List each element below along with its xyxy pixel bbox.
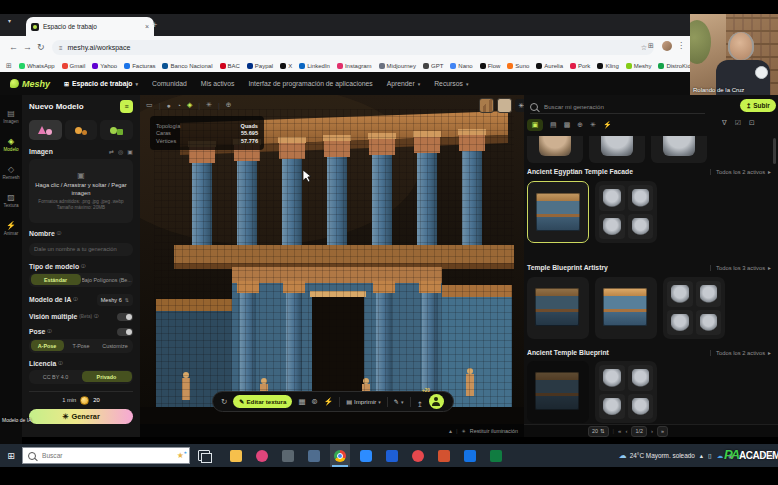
section-meta[interactable]: Todos los 3 activos▸ (710, 265, 771, 271)
filter-icon[interactable]: ∇ (722, 119, 727, 127)
taskbar-search[interactable]: ★ (22, 447, 190, 464)
world-filter-icon[interactable]: ⊕ (577, 121, 583, 129)
rig-action-icon[interactable]: ⊚ (311, 397, 317, 406)
extensions-icon[interactable]: ⊞ (648, 42, 654, 50)
meshy-logo[interactable]: Meshy (10, 79, 50, 89)
environment-icon[interactable]: ⊕ (226, 101, 232, 109)
asset-card[interactable] (595, 181, 657, 243)
bookmark-nano[interactable]: Nano (450, 63, 472, 69)
name-input[interactable] (29, 243, 133, 256)
apps-grid-icon[interactable]: ⊞ (6, 62, 12, 70)
bookmark-banco-nacional[interactable]: Banco Nacional (162, 63, 212, 69)
taskbar-app-onenote[interactable] (304, 444, 324, 467)
ai-model-select[interactable]: Meshy 6⇅ (97, 294, 133, 306)
task-view-button[interactable] (198, 450, 210, 461)
type-option-lowpoly[interactable]: Bajo Polígonos (Be... (82, 274, 132, 285)
collapse-icon[interactable]: ▴ (449, 427, 452, 434)
asset-search-input[interactable] (542, 102, 696, 111)
back-button[interactable]: ← (9, 42, 18, 52)
new-tab-button[interactable]: + (152, 20, 157, 30)
address-bar[interactable]: ≡ meshy.ai/workspace ☆ (52, 40, 654, 55)
lighting-icon[interactable]: ✳ (206, 101, 212, 109)
taskbar-app-photoshop[interactable] (460, 444, 480, 467)
rail-item-model[interactable]: ◈Modelo (3, 137, 18, 152)
multiview-toggle[interactable] (117, 313, 133, 321)
section-meta[interactable]: Todos los 2 activos▸ (710, 169, 771, 175)
asset-search[interactable] (530, 100, 705, 114)
gallery-icon[interactable]: ▣ (127, 148, 133, 155)
bookmark-distrokid[interactable]: DistroKid (658, 63, 690, 69)
bookmark-instagram[interactable]: Instagram (337, 63, 372, 69)
next-page-button[interactable]: › (651, 428, 653, 434)
prev-page-button[interactable]: ‹ (625, 428, 627, 434)
pose-option-t[interactable]: T-Pose (65, 340, 98, 351)
export-button[interactable]: ↥ +20 (417, 393, 423, 411)
nav-community[interactable]: Comunidad (152, 80, 187, 87)
onedrive-icon[interactable]: ☁ (717, 452, 724, 460)
profile-avatar[interactable] (662, 41, 672, 51)
start-button[interactable]: ⊞ (0, 451, 22, 461)
nav-resources[interactable]: Recursos▾ (434, 80, 468, 87)
site-settings-icon[interactable]: ≡ (59, 45, 63, 51)
tray-expand-icon[interactable]: ▴ (700, 452, 703, 460)
mode-tab-image-to-3d[interactable] (29, 120, 62, 140)
bookmark-gmail[interactable]: Gmail (62, 63, 86, 69)
base-model-thumbnail[interactable] (497, 98, 512, 113)
asset-card[interactable] (527, 277, 589, 339)
dense-grid-icon[interactable]: ▩ (564, 121, 571, 129)
license-option-cc[interactable]: CC BY 4.0 (31, 371, 81, 382)
bookmark-gpt[interactable]: GPT (423, 63, 443, 69)
taskbar-app-excel[interactable] (486, 444, 506, 467)
assets-scrollbar[interactable] (773, 138, 776, 164)
license-option-private[interactable]: Privado (82, 371, 132, 382)
screenshot-icon[interactable]: ▭ (146, 101, 153, 109)
type-option-standard[interactable]: Estándar (31, 274, 81, 285)
animation-filter-icon[interactable]: ⚡ (603, 121, 612, 129)
bookmark-meshy[interactable]: Meshy (626, 63, 652, 69)
bookmark-kling[interactable]: Kling (597, 63, 618, 69)
generate-button[interactable]: ✳ Generar (29, 409, 133, 424)
taskbar-app-word[interactable] (382, 444, 402, 467)
wireframe-view-icon[interactable]: ◈ (187, 101, 192, 109)
pose-option-a[interactable]: A-Pose (31, 340, 64, 351)
bookmark-paypal[interactable]: Paypal (247, 63, 273, 69)
rail-item-remesh[interactable]: ◇Remesh (2, 165, 19, 180)
bookmark-star-icon[interactable]: ☆ (641, 44, 647, 52)
bookmark-midjourney[interactable]: Midjourney (379, 63, 416, 69)
weather-widget[interactable]: ☁ 24°C Mayorm. soleado (619, 451, 695, 460)
bookmark-x[interactable]: X (280, 63, 292, 69)
folder-filter-button[interactable]: ▣ (527, 119, 543, 131)
taskbar-app-chrome[interactable] (330, 444, 350, 467)
taskbar-search-input[interactable] (40, 451, 154, 460)
forward-button[interactable]: → (23, 42, 32, 52)
browser-menu-icon[interactable]: ⋮ (677, 41, 685, 50)
nav-my-assets[interactable]: Mis activos (201, 80, 235, 87)
rail-item-texture[interactable]: ▨Textura (3, 193, 18, 208)
regenerate-icon[interactable]: ↻ (221, 397, 227, 406)
asset-card[interactable] (527, 361, 589, 423)
edit-texture-button[interactable]: ✎Editar textura (233, 395, 292, 408)
image-dropzone[interactable]: ▣ Haga clic / Arrastrar y soltar / Pegar… (29, 159, 133, 223)
remesh-action-icon[interactable]: ▦ (298, 397, 305, 406)
taskbar-app-file-explorer[interactable] (226, 444, 246, 467)
inspiration-icon[interactable]: ◎ (118, 148, 123, 155)
browser-tab[interactable]: Espacio de trabajo × (26, 17, 154, 36)
asset-card[interactable] (595, 277, 657, 339)
taskbar-app-calculator[interactable] (278, 444, 298, 467)
publish-avatar-button[interactable] (429, 394, 444, 409)
taskbar-app-powerpoint[interactable] (434, 444, 454, 467)
last-page-button[interactable]: » (657, 426, 668, 437)
upload-button[interactable]: ↥ Subir (740, 99, 776, 112)
swap-icon[interactable]: ⇄ (109, 148, 114, 155)
multiselect-icon[interactable]: ☑ (735, 119, 741, 127)
first-page-button[interactable]: « (618, 428, 621, 434)
bookmark-linkedin[interactable]: LinkedIn (299, 63, 330, 69)
asset-card[interactable] (589, 136, 645, 163)
page-size-select[interactable]: 20⇅ (588, 426, 609, 437)
bookmark-suno[interactable]: Suno (507, 63, 529, 69)
asset-card[interactable] (663, 277, 725, 339)
bookmark-flow[interactable]: Flow (480, 63, 501, 69)
matcap-view-icon[interactable]: ◔ (177, 102, 181, 109)
taskbar-app-paint[interactable] (252, 444, 272, 467)
bookmark-aurelia[interactable]: Aurelia (536, 63, 563, 69)
